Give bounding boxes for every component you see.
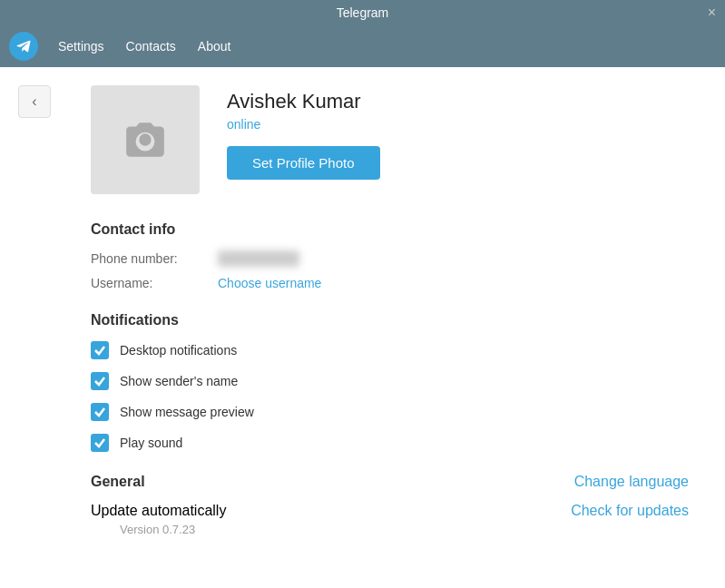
show-sender-checkbox[interactable] xyxy=(91,372,109,390)
show-preview-checkbox[interactable] xyxy=(91,403,109,421)
checkmark-icon xyxy=(93,344,106,357)
show-preview-label: Show message preview xyxy=(120,405,254,419)
update-left: Update automatically xyxy=(91,503,226,519)
general-header: General Change language xyxy=(91,474,689,490)
show-preview-row: Show message preview xyxy=(91,403,689,421)
play-sound-row: Play sound xyxy=(91,434,689,452)
show-sender-row: Show sender's name xyxy=(91,372,689,390)
back-button[interactable]: ‹ xyxy=(18,85,51,118)
checkmark-icon xyxy=(93,375,106,387)
close-button[interactable]: × xyxy=(708,5,716,20)
profile-section: Avishek Kumar online Set Profile Photo xyxy=(91,85,689,194)
checkmark-icon xyxy=(93,436,106,449)
change-language-link[interactable]: Change language xyxy=(574,474,689,490)
app-logo xyxy=(9,32,38,61)
version-text: Version 0.7.23 xyxy=(120,523,689,536)
username-row: Username: Choose username xyxy=(91,276,689,290)
update-row: Update automatically Check for updates xyxy=(91,503,689,519)
menu-bar: Settings Contacts About xyxy=(0,25,725,67)
check-updates-link[interactable]: Check for updates xyxy=(571,503,689,519)
avatar xyxy=(91,85,200,194)
telegram-icon xyxy=(15,37,33,55)
content-area: ‹ Avishek Kumar online Set Profile Photo… xyxy=(0,67,725,588)
phone-value xyxy=(218,250,299,267)
menu-item-about[interactable]: About xyxy=(187,25,242,67)
contact-info-section: Contact info Phone number: Username: Cho… xyxy=(91,221,689,290)
phone-label: Phone number: xyxy=(91,251,218,266)
notifications-section: Notifications Desktop notifications Show… xyxy=(91,312,689,452)
window-title: Telegram xyxy=(337,5,389,20)
show-sender-label: Show sender's name xyxy=(120,374,238,388)
desktop-notifications-label: Desktop notifications xyxy=(120,343,237,358)
play-sound-label: Play sound xyxy=(120,436,182,450)
set-profile-photo-button[interactable]: Set Profile Photo xyxy=(227,146,380,180)
profile-status: online xyxy=(227,117,380,132)
desktop-notifications-checkbox[interactable] xyxy=(91,341,109,359)
checkmark-icon xyxy=(93,406,106,418)
contact-info-title: Contact info xyxy=(91,221,689,238)
general-title: General xyxy=(91,474,145,490)
phone-row: Phone number: xyxy=(91,250,689,267)
update-auto-label: Update automatically xyxy=(91,503,226,519)
general-section: General Change language Update automatic… xyxy=(91,474,689,536)
desktop-notifications-row: Desktop notifications xyxy=(91,341,689,359)
play-sound-checkbox[interactable] xyxy=(91,434,109,452)
profile-name: Avishek Kumar xyxy=(227,90,380,113)
menu-item-contacts[interactable]: Contacts xyxy=(115,25,187,67)
notifications-title: Notifications xyxy=(91,312,689,328)
menu-item-settings[interactable]: Settings xyxy=(47,25,115,67)
profile-info: Avishek Kumar online Set Profile Photo xyxy=(227,85,380,180)
choose-username-link[interactable]: Choose username xyxy=(218,276,321,290)
camera-icon xyxy=(122,117,168,162)
username-label: Username: xyxy=(91,276,218,290)
title-bar: Telegram × xyxy=(0,0,725,25)
